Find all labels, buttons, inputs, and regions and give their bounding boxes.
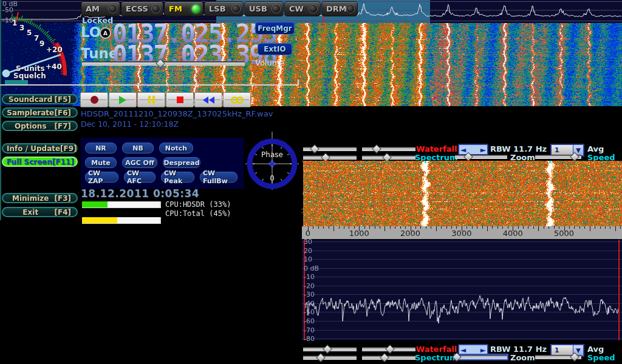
db-tick-label: -20 (304, 281, 315, 289)
slider-thumb[interactable] (372, 144, 381, 154)
cpu-total-text: CPU:Total (45%) (165, 209, 231, 218)
db-tick-label: -60 (304, 317, 315, 325)
s-meter: 13579+20+40 S-units Squelch (0, 9, 79, 85)
s-meter-tick-label: 1 (12, 19, 17, 27)
freqmgr-button[interactable]: FreqMgr (255, 22, 295, 35)
mode-button-am[interactable]: AM (81, 1, 120, 16)
despread-button[interactable]: Despread (163, 157, 200, 168)
volume-slider[interactable] (82, 59, 245, 67)
spectrum-range-slider[interactable] (362, 353, 415, 361)
nav-button-samplerate[interactable]: Samplerate[F6] (2, 107, 78, 118)
s-meter-caption-2: Squelch (13, 72, 46, 80)
avg-label: Avg (587, 345, 604, 354)
nav-button-full-screen[interactable]: Full Screen[F11] (2, 157, 78, 167)
play-button[interactable] (109, 92, 137, 107)
spectrum-gain-slider[interactable] (303, 153, 357, 161)
db-tick-label: -10 (304, 273, 315, 281)
zoom-slider[interactable] (455, 152, 507, 160)
notch-button[interactable]: Notch (159, 143, 193, 153)
waterfall-contrast-slider[interactable] (362, 345, 415, 352)
slider-thumb[interactable] (316, 353, 326, 363)
pause-button[interactable] (137, 92, 165, 107)
af-waterfall[interactable] (302, 161, 622, 226)
rewind-button[interactable] (194, 92, 222, 107)
speed-slider[interactable] (535, 152, 581, 160)
mode-button-cw[interactable]: CW (284, 1, 321, 16)
mute-button[interactable]: Mute (85, 157, 117, 168)
scroll-right-icon[interactable]: ► (480, 347, 486, 353)
mode-button-row: AM ECSS FM LSB USB CW DRM (81, 1, 358, 16)
slider-thumb[interactable] (323, 345, 332, 354)
nav-label: Samplerate (7, 109, 54, 117)
mode-button-lsb[interactable]: LSB (204, 1, 244, 16)
waterfall-brightness-slider[interactable] (303, 144, 357, 152)
recording-filename[interactable]: HDSDR_20111210_120938Z_137025kHz_RF.wav (81, 109, 273, 118)
s-meter-tick-label: 9 (39, 39, 44, 48)
nav-key: [F3] (54, 194, 71, 203)
nav-key: [F11] (52, 158, 74, 166)
slider-thumb[interactable] (380, 353, 389, 363)
zoom-slider[interactable] (455, 352, 507, 360)
mode-button-drm[interactable]: DRM (321, 1, 358, 16)
speed-label: Speed (587, 353, 615, 362)
scroll-right-icon[interactable]: ► (480, 147, 486, 153)
slider-thumb[interactable] (464, 152, 474, 162)
spectrum-label: Spectrum (415, 353, 456, 362)
hdsdr-window: 1370001370051370101370151370201370251370… (0, 0, 622, 364)
frequency-tick-label: 4000 (503, 229, 523, 238)
cw-fullbw-button[interactable]: CW FullBw (200, 172, 238, 183)
mode-button-ecss[interactable]: ECSS (121, 1, 163, 16)
mode-button-usb[interactable]: USB (244, 1, 284, 16)
nav-button-info-update[interactable]: Info / Update[F9] (2, 143, 78, 153)
nav-button-soundcard[interactable]: Soundcard[F5] (2, 94, 78, 104)
frequency-tick-label: 1000 (349, 229, 369, 238)
af-spectrum-plot[interactable] (302, 240, 622, 340)
s-meter-tick-label: 5 (27, 29, 32, 37)
cw-led-icon (309, 5, 317, 13)
nav-label: Minimize (7, 194, 54, 203)
scroll-left-icon[interactable]: ◄ (460, 147, 466, 153)
extio-button[interactable]: ExtIO (258, 43, 292, 55)
mode-button-fm[interactable]: FM (164, 1, 203, 16)
nb-button[interactable]: NB (122, 143, 154, 153)
db-tick-label: -80 (304, 335, 315, 343)
slider-thumb[interactable] (570, 152, 579, 162)
lo-auto-badge[interactable]: A (100, 27, 111, 39)
rewind-icon (202, 96, 214, 104)
panel-divider-line (0, 79, 299, 86)
record-button[interactable] (80, 92, 108, 107)
waterfall-brightness-slider[interactable] (303, 345, 357, 352)
volume-slider-thumb[interactable] (156, 59, 165, 69)
scroll-left-icon[interactable]: ◄ (460, 347, 466, 353)
s-meter-tick-label: +40 (46, 62, 62, 71)
phase-dial: Phase 0 (244, 130, 300, 191)
nr-button[interactable]: NR (85, 143, 117, 153)
cw-afc-button[interactable]: CW AFC (124, 172, 156, 183)
db-tick-label: 0 dB (304, 264, 319, 272)
am-led-icon (109, 5, 117, 13)
stop-button[interactable] (166, 92, 194, 107)
agc-off-button[interactable]: AGC Off (122, 157, 157, 168)
cw-peak-button[interactable]: CW Peak (161, 172, 194, 183)
slider-thumb[interactable] (570, 352, 579, 362)
dsp-panel: NR NB Notch Mute AGC Off Despread CW ZAP… (81, 138, 244, 189)
nav-button-options[interactable]: Options[F7] (2, 121, 78, 131)
af-frequency-scale[interactable]: 010002000300040005000 (302, 226, 622, 239)
ecss-led-icon (152, 5, 160, 13)
slider-thumb[interactable] (310, 144, 320, 154)
cpu-total-bar (82, 217, 161, 224)
recording-timestamp: Dec 10, 2011 - 12:10:18Z (81, 120, 179, 129)
slider-thumb[interactable] (385, 345, 395, 354)
af-spectrum[interactable]: 3020100 dB-10-20-30-40-50-60-70-80 (302, 240, 622, 340)
frequency-tick-label: 5000 (554, 229, 574, 238)
cw-zap-button[interactable]: CW ZAP (85, 172, 118, 183)
loop-button[interactable] (223, 92, 251, 107)
spectrum-range-slider[interactable] (362, 153, 415, 161)
nav-button-exit[interactable]: Exit[F4] (2, 207, 78, 217)
phase-label: Phase (244, 150, 300, 159)
record-icon (91, 96, 98, 104)
nav-button-minimize[interactable]: Minimize[F3] (2, 193, 78, 203)
spectrum-gain-slider[interactable] (303, 353, 357, 361)
speed-slider[interactable] (535, 352, 581, 360)
waterfall-contrast-slider[interactable] (362, 144, 415, 152)
